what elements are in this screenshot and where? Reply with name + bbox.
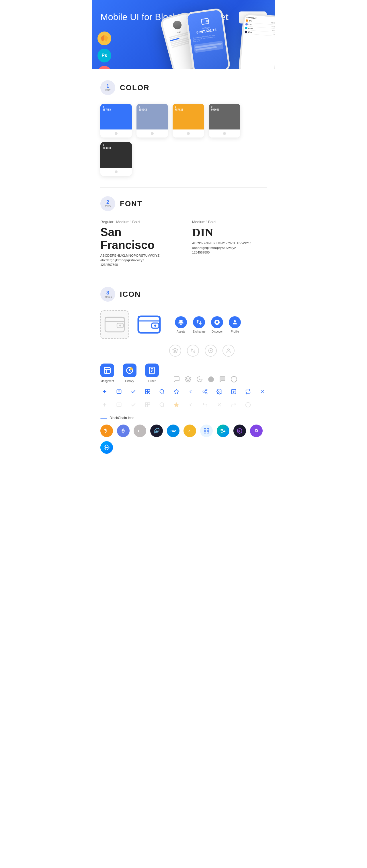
svg-point-17 — [234, 320, 236, 322]
section-number-font: 2 TWO — [101, 196, 115, 211]
svg-point-25 — [130, 368, 132, 370]
svg-point-19 — [210, 350, 211, 351]
swatch-blue-bottom — [101, 129, 132, 137]
icon-title: ICON — [120, 290, 141, 299]
heco-icon — [101, 441, 113, 454]
share-icon — [201, 387, 209, 396]
ltc-svg: Ł — [137, 428, 143, 434]
wallet-colored — [135, 310, 163, 339]
profile-svg — [232, 319, 238, 326]
grid-icon — [200, 425, 213, 437]
discover-icon — [211, 316, 223, 328]
font-sf-meta: Regular ' Medium ' Bold — [101, 220, 175, 224]
tab-profile: Profile — [229, 316, 241, 333]
font-section-header: 2 TWO FONT — [101, 196, 266, 211]
order-icon — [145, 364, 159, 377]
back-icon-gray — [186, 401, 195, 409]
dash-icon: DASH — [167, 425, 179, 437]
search-icon-gray — [158, 401, 166, 409]
svg-rect-85 — [204, 429, 206, 430]
feather-svg — [153, 428, 160, 434]
icon-number: 3 — [106, 290, 109, 296]
divider-2 — [101, 278, 266, 278]
exchange-label: Exchange — [193, 330, 205, 333]
font-din-block: Medium ' Bold DIN ABCDEFGHIJKLMNOPQRSTUV… — [192, 220, 266, 267]
waves-icon — [217, 425, 229, 437]
waves-svg — [220, 428, 226, 434]
color-section-header: 1 ONE COLOR — [101, 80, 266, 95]
exchange-svg — [196, 319, 202, 326]
btc-icon: ₿ — [101, 425, 113, 437]
order-label: Order — [148, 379, 156, 383]
svg-rect-43 — [149, 393, 150, 394]
svg-text:DASH: DASH — [171, 429, 176, 433]
star-icon — [172, 387, 181, 396]
grid-svg — [203, 428, 209, 434]
ps-label: Ps — [102, 53, 107, 58]
history-icon — [123, 364, 137, 377]
small-icons-row-1 — [101, 387, 266, 396]
swatch-dark-grey: #666666 — [209, 104, 240, 137]
phone-mockups: Profile myWallet 6,297,50 — [161, 11, 275, 69]
svg-text:N: N — [238, 430, 240, 432]
heco-svg — [104, 444, 110, 451]
svg-text:Ł: Ł — [138, 429, 140, 433]
exchange-outline-svg — [190, 348, 196, 353]
svg-point-44 — [160, 390, 164, 393]
color-label: ONE — [105, 89, 111, 92]
section-number-color: 1 ONE — [101, 80, 115, 95]
swatch-grey-blue-bottom — [137, 129, 168, 137]
plus-icon — [101, 387, 109, 396]
svg-marker-46 — [174, 389, 179, 394]
svg-rect-42 — [148, 393, 149, 393]
svg-point-48 — [203, 391, 204, 393]
swatch-dark-grey-color: #666666 — [209, 104, 240, 129]
svg-rect-62 — [146, 403, 148, 405]
misc-icons-row — [173, 376, 237, 383]
color-swatches: #3574FA #8DA0C8 #F5A623 #666666 #303030 — [101, 104, 266, 176]
blockchain-label: BlockChain Icon — [101, 416, 266, 420]
font-din-numbers: 1234567890 — [192, 251, 266, 254]
swatch-black-hex: #303030 — [103, 144, 111, 150]
svg-rect-10 — [138, 316, 160, 333]
svg-text:₿: ₿ — [104, 428, 107, 433]
star-icon-filled — [172, 401, 181, 409]
svg-rect-40 — [148, 390, 150, 392]
swatch-grey-blue-hex: #8DA0C8 — [139, 106, 147, 111]
app-icon-row: Mangment History — [101, 364, 266, 383]
font-label: TWO — [105, 205, 111, 208]
swatch-orange-color: #F5A623 — [173, 104, 204, 129]
eth-icon — [117, 425, 130, 437]
wallet-wireframe — [101, 310, 129, 339]
history-svg — [125, 366, 134, 374]
font-row: Regular ' Medium ' Bold San Francisco AB… — [101, 220, 266, 267]
wallet-colored-svg — [136, 312, 162, 337]
tab-assets: Assets — [175, 316, 187, 333]
font-number: 2 — [106, 200, 109, 205]
icon-section: Assets Exchange — [101, 310, 266, 454]
profile-outline-svg — [226, 348, 231, 353]
svg-point-13 — [154, 324, 156, 327]
assets-svg — [178, 319, 184, 326]
blockchain-label-text: BlockChain Icon — [110, 416, 135, 420]
chat-filled-icon — [219, 376, 226, 383]
svg-rect-21 — [104, 368, 110, 374]
svg-point-47 — [206, 389, 207, 391]
search-icon — [158, 387, 166, 396]
svg-marker-67 — [174, 402, 179, 407]
zcash-icon: Z — [184, 425, 196, 437]
svg-point-52 — [219, 391, 220, 393]
phone-center: myWallet 6,297,502.12 Character may be m… — [185, 8, 230, 69]
ltc-icon: Ł — [134, 425, 146, 437]
matic-svg — [253, 428, 259, 434]
wallet-wireframe-svg — [103, 313, 126, 336]
list-icon — [115, 387, 123, 396]
svg-point-65 — [160, 403, 164, 406]
svg-rect-4 — [206, 20, 208, 22]
font-sf-numbers: 1234567890 — [101, 263, 175, 267]
crypto-icons-row: ₿ Ł — [101, 425, 266, 454]
assets-label: Assets — [177, 330, 185, 333]
svg-rect-87 — [204, 431, 206, 433]
settings-icon — [215, 387, 224, 396]
swatch-black: #303030 — [101, 142, 132, 176]
